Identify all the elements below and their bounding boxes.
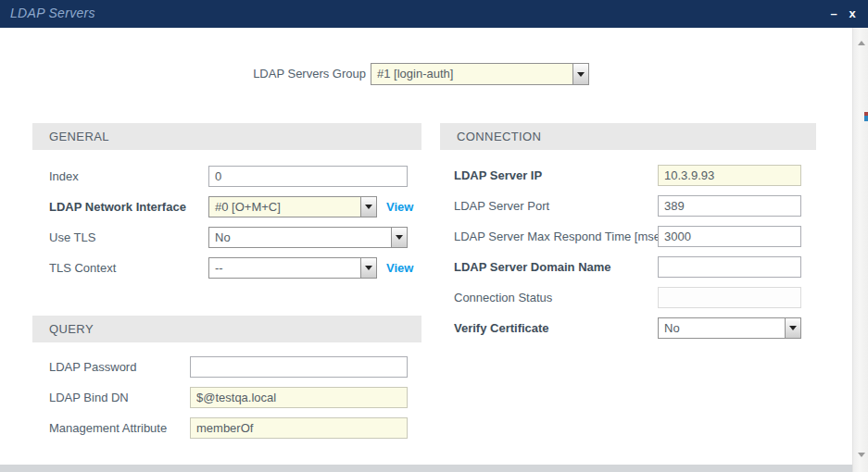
ldap-server-port-label: LDAP Server Port bbox=[454, 195, 656, 217]
index-label: Index bbox=[49, 166, 205, 187]
horizontal-scrollbar[interactable] bbox=[0, 465, 852, 472]
verify-certificate-label: Verify Certificate bbox=[454, 317, 656, 339]
chevron-down-icon[interactable] bbox=[572, 64, 588, 84]
ldap-server-domain-name-input[interactable] bbox=[658, 256, 801, 278]
ldap-server-max-respond-time-label: LDAP Server Max Respond Time [msec] bbox=[454, 226, 656, 247]
vertical-scrollbar[interactable] bbox=[852, 28, 868, 472]
scroll-down-icon[interactable] bbox=[853, 447, 868, 463]
ldap-server-max-respond-time-input[interactable] bbox=[658, 226, 801, 247]
tls-context-view-link[interactable]: View bbox=[386, 257, 413, 279]
ldap-network-interface-label: LDAP Network Interface bbox=[49, 196, 205, 217]
ldap-servers-group-select[interactable]: #1 [login-auth] bbox=[371, 63, 589, 85]
ldap-server-port-input[interactable] bbox=[658, 195, 801, 217]
chevron-down-icon[interactable] bbox=[360, 258, 376, 278]
tls-context-value: -- bbox=[209, 258, 360, 278]
scroll-up-icon[interactable] bbox=[853, 35, 868, 51]
background-edge-artifact bbox=[864, 112, 868, 121]
connection-status-input bbox=[658, 287, 801, 308]
tls-context-label: TLS Context bbox=[49, 257, 205, 279]
tls-context-select[interactable]: -- bbox=[208, 257, 377, 279]
dialog-titlebar: LDAP Servers – x bbox=[0, 0, 868, 28]
use-tls-select[interactable]: No bbox=[208, 227, 408, 248]
query-section-header: QUERY bbox=[32, 316, 421, 342]
ldap-network-interface-select[interactable]: #0 [O+M+C] bbox=[208, 196, 377, 217]
verify-certificate-value: No bbox=[659, 318, 785, 338]
general-section-header: GENERAL bbox=[32, 123, 421, 150]
ldap-server-ip-label: LDAP Server IP bbox=[454, 165, 656, 186]
ldap-network-interface-value: #0 [O+M+C] bbox=[209, 197, 360, 217]
connection-section-header: CONNECTION bbox=[440, 123, 816, 150]
chevron-down-icon[interactable] bbox=[785, 318, 800, 338]
ldap-servers-group-value: #1 [login-auth] bbox=[371, 64, 572, 84]
use-tls-label: Use TLS bbox=[49, 227, 205, 248]
index-input[interactable] bbox=[208, 166, 408, 187]
network-interface-view-link[interactable]: View bbox=[386, 196, 413, 217]
ldap-bind-dn-input[interactable] bbox=[190, 387, 408, 408]
dialog-title: LDAP Servers bbox=[10, 6, 95, 20]
verify-certificate-select[interactable]: No bbox=[658, 317, 801, 339]
ldap-bind-dn-label: LDAP Bind DN bbox=[49, 387, 188, 408]
management-attribute-input[interactable] bbox=[190, 417, 408, 439]
ldap-servers-dialog: LDAP Servers – x LDAP Servers Group #1 [… bbox=[0, 0, 868, 472]
ldap-servers-group-label: LDAP Servers Group bbox=[139, 63, 366, 84]
ldap-password-input[interactable] bbox=[190, 356, 408, 378]
connection-status-label: Connection Status bbox=[454, 287, 656, 308]
chevron-down-icon[interactable] bbox=[360, 197, 376, 217]
minimize-button[interactable]: – bbox=[825, 5, 842, 23]
ldap-server-domain-name-label: LDAP Server Domain Name bbox=[454, 256, 656, 278]
ldap-server-ip-input[interactable] bbox=[658, 165, 801, 186]
use-tls-value: No bbox=[209, 228, 391, 247]
close-button[interactable]: x bbox=[844, 5, 861, 23]
chevron-down-icon[interactable] bbox=[391, 228, 407, 247]
management-attribute-label: Management Attribute bbox=[49, 417, 188, 439]
ldap-password-label: LDAP Password bbox=[49, 356, 188, 378]
